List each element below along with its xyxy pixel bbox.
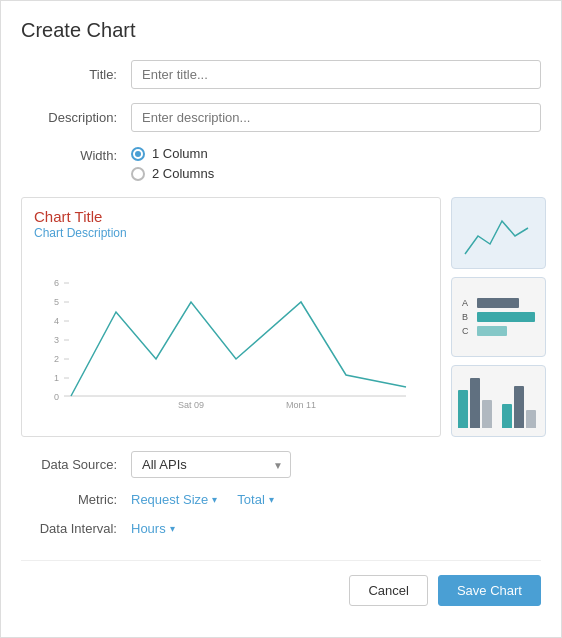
thumb-multi-bar-chart[interactable]: [451, 365, 546, 437]
svg-text:1: 1: [54, 373, 59, 383]
metric-value: Request Size: [131, 492, 208, 507]
data-interval-dropdown[interactable]: Hours ▾: [131, 521, 175, 536]
data-interval-value: Hours: [131, 521, 166, 536]
svg-text:5: 5: [54, 297, 59, 307]
radio-1col[interactable]: 1 Column: [131, 146, 214, 161]
bar-row-b: B: [462, 312, 535, 322]
radio-1col-label: 1 Column: [152, 146, 208, 161]
interval-dropdown-arrow-icon: ▾: [170, 523, 175, 534]
svg-text:6: 6: [54, 278, 59, 288]
create-chart-dialog: Create Chart Title: Description: Width: …: [0, 0, 562, 638]
width-row: Width: 1 Column 2 Columns: [21, 146, 541, 181]
thumb-line-chart[interactable]: [451, 197, 546, 269]
chart-desc-text: Chart Description: [34, 226, 428, 240]
dialog-title: Create Chart: [21, 19, 541, 42]
title-input[interactable]: [131, 60, 541, 89]
metric-dropdown[interactable]: Request Size ▾: [131, 492, 217, 507]
svg-text:3: 3: [54, 335, 59, 345]
data-source-row: Data Source: All APIs API 1 API 2 ▼: [21, 451, 541, 478]
svg-text:Mon 11: Mon 11: [286, 400, 316, 408]
data-source-label: Data Source:: [21, 457, 131, 472]
svg-text:2: 2: [54, 354, 59, 364]
metric-label: Metric:: [21, 492, 131, 507]
radio-2col-label: 2 Columns: [152, 166, 214, 181]
metric-aggregate-value: Total: [237, 492, 264, 507]
chart-title-text: Chart Title: [34, 208, 428, 225]
metric-dropdown-arrow-icon: ▾: [212, 494, 217, 505]
data-source-select[interactable]: All APIs API 1 API 2: [131, 451, 291, 478]
chart-area: Chart Title Chart Description 0 1 2 3 4 …: [21, 197, 541, 437]
bar-row-c: C: [462, 326, 535, 336]
cancel-button[interactable]: Cancel: [349, 575, 427, 606]
save-chart-button[interactable]: Save Chart: [438, 575, 541, 606]
radio-2col[interactable]: 2 Columns: [131, 166, 214, 181]
data-source-select-wrapper: All APIs API 1 API 2 ▼: [131, 451, 291, 478]
metric-aggregate-dropdown[interactable]: Total ▾: [237, 492, 273, 507]
svg-text:4: 4: [54, 316, 59, 326]
chart-thumbnails: A B C: [451, 197, 546, 437]
width-label: Width:: [21, 146, 131, 163]
chart-svg: 0 1 2 3 4 5 6 Sat 09: [34, 248, 428, 411]
width-radio-group: 1 Column 2 Columns: [131, 146, 214, 181]
title-label: Title:: [21, 67, 131, 82]
radio-2col-indicator[interactable]: [131, 167, 145, 181]
description-input[interactable]: [131, 103, 541, 132]
bar-row-a: A: [462, 298, 535, 308]
svg-text:0: 0: [54, 392, 59, 402]
data-interval-row: Data Interval: Hours ▾: [21, 521, 541, 536]
thumb-bar-chart[interactable]: A B C: [451, 277, 546, 357]
description-label: Description:: [21, 110, 131, 125]
aggregate-dropdown-arrow-icon: ▾: [269, 494, 274, 505]
footer: Cancel Save Chart: [21, 560, 541, 606]
radio-1col-indicator[interactable]: [131, 147, 145, 161]
data-interval-label: Data Interval:: [21, 521, 131, 536]
metric-row: Metric: Request Size ▾ Total ▾: [21, 492, 541, 507]
svg-text:Sat 09: Sat 09: [178, 400, 204, 408]
chart-preview-main: Chart Title Chart Description 0 1 2 3 4 …: [21, 197, 441, 437]
title-row: Title:: [21, 60, 541, 89]
description-row: Description:: [21, 103, 541, 132]
